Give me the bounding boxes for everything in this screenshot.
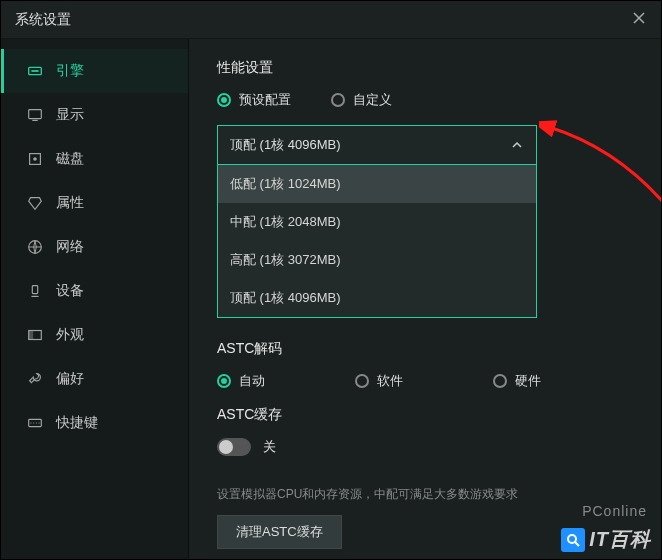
header: 系统设置 (1, 1, 661, 39)
sidebar-item-appearance[interactable]: 外观 (1, 313, 188, 357)
sidebar-item-disk[interactable]: 磁盘 (1, 137, 188, 181)
radio-label: 软件 (377, 372, 403, 390)
preset-dropdown[interactable]: 顶配 (1核 4096MB) 低配 (1核 1024MB) 中配 (1核 204… (217, 125, 537, 318)
sidebar-item-label: 快捷键 (56, 414, 98, 432)
radio-dot-icon (217, 374, 231, 388)
watermark-source: PConline (582, 503, 647, 519)
annotation-arrow-icon (539, 119, 662, 219)
sidebar-item-engine[interactable]: 引擎 (1, 49, 188, 93)
sidebar-item-preferences[interactable]: 偏好 (1, 357, 188, 401)
sidebar-item-label: 网络 (56, 238, 84, 256)
dropdown-options: 低配 (1核 1024MB) 中配 (1核 2048MB) 高配 (1核 307… (218, 164, 536, 317)
svg-point-10 (568, 535, 576, 543)
sidebar-item-label: 磁盘 (56, 150, 84, 168)
astc-decode-title: ASTC解码 (217, 340, 633, 358)
radio-astc-auto[interactable]: 自动 (217, 372, 265, 390)
radio-preset[interactable]: 预设配置 (217, 91, 291, 109)
dropdown-selected[interactable]: 顶配 (1核 4096MB) (218, 126, 536, 164)
radio-label: 自定义 (353, 91, 392, 109)
radio-custom[interactable]: 自定义 (331, 91, 392, 109)
perf-title: 性能设置 (217, 59, 633, 77)
radio-astc-hardware[interactable]: 硬件 (493, 372, 541, 390)
sidebar-item-label: 属性 (56, 194, 84, 212)
sidebar-item-network[interactable]: 网络 (1, 225, 188, 269)
svg-rect-6 (32, 286, 37, 294)
watermark-brand: IT百科 (561, 526, 651, 553)
radio-label: 硬件 (515, 372, 541, 390)
sidebar-item-attributes[interactable]: 属性 (1, 181, 188, 225)
dropdown-option-low[interactable]: 低配 (1核 1024MB) (218, 165, 536, 203)
radio-dot-icon (493, 374, 507, 388)
dropdown-option-high[interactable]: 高配 (1核 3072MB) (218, 241, 536, 279)
svg-rect-8 (29, 331, 34, 340)
sidebar-item-label: 设备 (56, 282, 84, 300)
sidebar-item-label: 显示 (56, 106, 84, 124)
sidebar-item-label: 引擎 (56, 62, 84, 80)
astc-cache-title: ASTC缓存 (217, 406, 633, 424)
sidebar-item-label: 偏好 (56, 370, 84, 388)
dropdown-selected-label: 顶配 (1核 4096MB) (230, 136, 341, 154)
radio-dot-icon (217, 93, 231, 107)
clear-astc-button[interactable]: 清理ASTC缓存 (217, 515, 342, 549)
sidebar: 引擎 显示 磁盘 属性 网络 设备 外观 偏好 (1, 39, 189, 559)
chevron-up-icon (510, 138, 524, 152)
dropdown-option-top[interactable]: 顶配 (1核 4096MB) (218, 279, 536, 317)
sidebar-item-label: 外观 (56, 326, 84, 344)
sidebar-item-display[interactable]: 显示 (1, 93, 188, 137)
main-content: 性能设置 预设配置 自定义 顶配 (1核 4096MB) 低配 (1核 1024… (189, 39, 661, 559)
radio-dot-icon (331, 93, 345, 107)
dropdown-option-mid[interactable]: 中配 (1核 2048MB) (218, 203, 536, 241)
svg-rect-1 (31, 70, 38, 72)
sidebar-item-device[interactable]: 设备 (1, 269, 188, 313)
toggle-state-label: 关 (263, 438, 276, 456)
radio-label: 预设配置 (239, 91, 291, 109)
svg-point-4 (33, 157, 37, 161)
header-title: 系统设置 (15, 11, 71, 29)
sidebar-item-shortcuts[interactable]: 快捷键 (1, 401, 188, 445)
radio-label: 自动 (239, 372, 265, 390)
magnifier-icon (561, 528, 585, 552)
radio-dot-icon (355, 374, 369, 388)
svg-rect-2 (29, 110, 42, 119)
close-icon[interactable] (631, 10, 647, 29)
footer-hint: 设置模拟器CPU和内存资源，中配可满足大多数游戏要求 (217, 486, 633, 503)
radio-astc-software[interactable]: 软件 (355, 372, 403, 390)
astc-cache-toggle[interactable] (217, 438, 251, 456)
